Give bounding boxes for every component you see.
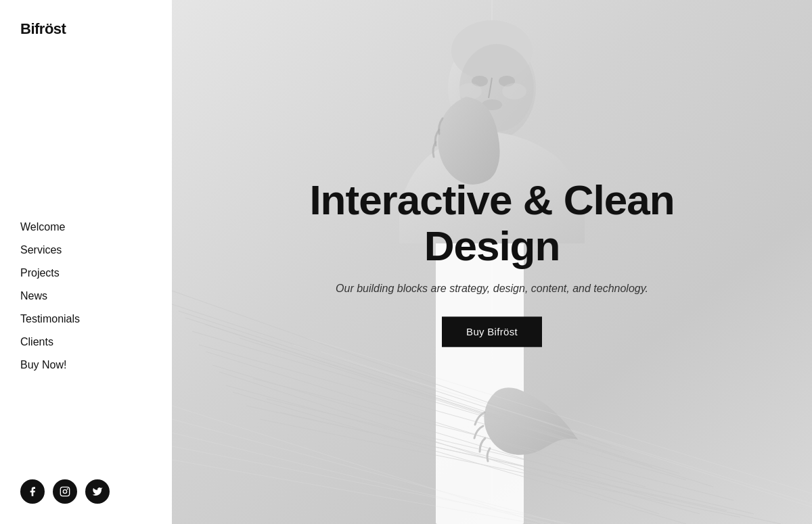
hero-content: Interactive & Clean Design Our building …	[255, 177, 729, 347]
cta-button[interactable]: Buy Bifröst	[442, 316, 542, 347]
svg-rect-0	[60, 487, 69, 496]
logo[interactable]: Bifröst	[20, 20, 172, 38]
nav-link-clients[interactable]: Clients	[20, 331, 80, 353]
social-icons	[20, 479, 172, 504]
nav-link-testimonials[interactable]: Testimonials	[20, 308, 80, 330]
nav-item-clients[interactable]: Clients	[20, 331, 80, 353]
nav-item-news[interactable]: News	[20, 285, 80, 307]
sidebar: Bifröst Welcome Services Projects News T…	[0, 0, 172, 524]
nav-list: Welcome Services Projects News Testimoni…	[20, 216, 80, 376]
hero-title: Interactive & Clean Design	[255, 177, 729, 269]
nav-link-welcome[interactable]: Welcome	[20, 216, 80, 238]
svg-point-2	[67, 488, 68, 490]
nav-area: Welcome Services Projects News Testimoni…	[20, 139, 172, 452]
twitter-icon[interactable]	[85, 479, 110, 504]
nav-link-services[interactable]: Services	[20, 239, 80, 261]
social-area	[20, 452, 172, 504]
svg-point-1	[63, 490, 66, 493]
instagram-icon[interactable]	[53, 479, 77, 504]
svg-point-13	[457, 83, 482, 99]
nav-link-news[interactable]: News	[20, 285, 80, 307]
main-content: Interactive & Clean Design Our building …	[172, 0, 812, 524]
nav-item-projects[interactable]: Projects	[20, 262, 80, 284]
nav-item-buy[interactable]: Buy Now!	[20, 354, 80, 376]
nav-item-welcome[interactable]: Welcome	[20, 216, 80, 238]
hero-subtitle: Our building blocks are strategy, design…	[255, 283, 729, 295]
nav-link-projects[interactable]: Projects	[20, 262, 80, 284]
nav-link-buy[interactable]: Buy Now!	[20, 354, 80, 376]
nav-item-testimonials[interactable]: Testimonials	[20, 308, 80, 330]
logo-area: Bifröst	[20, 20, 172, 38]
nav-item-services[interactable]: Services	[20, 239, 80, 261]
svg-point-14	[502, 83, 526, 99]
main-nav: Welcome Services Projects News Testimoni…	[20, 216, 80, 376]
facebook-icon[interactable]	[20, 479, 45, 504]
